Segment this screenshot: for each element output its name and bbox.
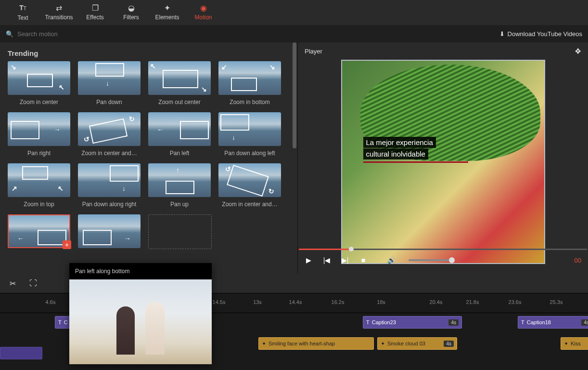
ruler-tick: 25.3s bbox=[550, 299, 563, 305]
search-icon: 🔍 bbox=[6, 30, 13, 38]
timeline-clip-media[interactable] bbox=[0, 347, 42, 359]
motion-item-label: Pan left bbox=[148, 150, 211, 157]
motion-item-label: Pan down bbox=[78, 99, 141, 106]
ruler-tick: 18s bbox=[377, 299, 385, 305]
tab-filters[interactable]: ◒ Filters bbox=[113, 1, 149, 24]
motion-library: Trending ↘↖Zoom in center↓Pan down↖↘Zoom… bbox=[0, 42, 297, 274]
ruler-tick: 13s bbox=[253, 299, 262, 305]
text-clip-icon: T bbox=[521, 319, 524, 325]
effects-icon: ❐ bbox=[77, 4, 113, 12]
motion-item[interactable]: ↓Pan down bbox=[78, 61, 141, 106]
player-title: Player bbox=[305, 48, 322, 55]
motion-item-label: Pan down along left bbox=[218, 150, 281, 157]
motion-item[interactable]: ↺↻Zoom in center and… bbox=[218, 163, 281, 208]
preview-caption: La mejor experiencia cultural inolvidabl… bbox=[363, 137, 468, 163]
duration-badge: 4s bbox=[581, 319, 588, 326]
motion-item-label: Zoom in bottom bbox=[218, 99, 281, 106]
tooltip-preview bbox=[69, 279, 212, 364]
sticker-clip-icon: ✦ bbox=[262, 341, 266, 347]
scrollbar-thumb[interactable] bbox=[293, 42, 296, 148]
timeline-clip-sticker[interactable]: ✦Smoke cloud 034s bbox=[377, 337, 457, 350]
tab-text[interactable]: TT Text bbox=[5, 1, 41, 24]
add-motion-button[interactable]: + bbox=[63, 240, 71, 249]
ruler-tick: 21.8s bbox=[466, 299, 479, 305]
sticker-clip-icon: ✦ bbox=[564, 341, 568, 347]
filters-icon: ◒ bbox=[113, 4, 149, 12]
tab-transitions[interactable]: ⇄ Transitions bbox=[41, 1, 77, 24]
tab-elements[interactable]: ✦ Elements bbox=[149, 1, 185, 24]
tab-effects[interactable]: ❐ Effects bbox=[77, 1, 113, 24]
volume-knob[interactable] bbox=[449, 257, 455, 263]
next-button[interactable]: ▶| bbox=[341, 256, 349, 264]
motion-item-label: Zoom in center and… bbox=[78, 150, 141, 157]
tab-motion[interactable]: ◉ Motion bbox=[185, 1, 221, 24]
motion-item[interactable]: ↑Pan up bbox=[148, 163, 211, 208]
text-clip-icon: T bbox=[366, 319, 370, 325]
motion-item[interactable]: ↗↖Zoom in top bbox=[8, 163, 70, 208]
motion-item-label: Pan right bbox=[8, 150, 70, 157]
motion-item[interactable]: ↙↘Zoom in bottom bbox=[218, 61, 281, 106]
time-display: 00 bbox=[575, 257, 581, 264]
transitions-icon: ⇄ bbox=[41, 4, 77, 12]
cut-button[interactable]: ✂ bbox=[10, 279, 16, 288]
motion-preview-tooltip: Pan left along bottom bbox=[69, 263, 212, 364]
scrollbar[interactable] bbox=[293, 42, 296, 274]
motion-icon: ◉ bbox=[185, 4, 221, 12]
prev-button[interactable]: |◀ bbox=[323, 256, 331, 264]
motion-item[interactable]: →Pan right bbox=[8, 112, 70, 157]
search-input[interactable] bbox=[16, 30, 115, 38]
motion-item[interactable]: ↻↺Zoom in center and… bbox=[78, 112, 141, 157]
duration-badge: 4s bbox=[448, 319, 459, 326]
ruler-tick: 4.6s bbox=[46, 299, 56, 305]
stop-button[interactable]: ■ bbox=[359, 256, 367, 264]
play-button[interactable]: ▶ bbox=[305, 256, 312, 264]
volume-icon[interactable]: 🔊 bbox=[387, 256, 395, 264]
timeline-clip-text[interactable]: TCaption184s bbox=[518, 316, 588, 329]
timeline-clip-text[interactable]: TCaption234s bbox=[363, 316, 462, 329]
elements-icon: ✦ bbox=[149, 4, 185, 12]
timeline-clip-sticker[interactable]: ✦Smiling face with heart-shap bbox=[258, 337, 374, 350]
motion-item[interactable]: ←Pan left bbox=[148, 112, 211, 157]
ruler-tick: 23.6s bbox=[509, 299, 522, 305]
motion-item[interactable]: → bbox=[78, 214, 141, 253]
volume-slider[interactable] bbox=[409, 259, 455, 261]
motion-item-label: Zoom in center bbox=[8, 99, 70, 106]
seek-knob[interactable] bbox=[349, 247, 354, 251]
player-panel: Player ❖ La mejor experiencia cultural i… bbox=[297, 42, 588, 274]
ruler-tick: 16.2s bbox=[332, 299, 345, 305]
video-preview[interactable]: La mejor experiencia cultural inolvidabl… bbox=[341, 60, 545, 264]
text-clip-icon: T bbox=[58, 319, 62, 325]
layers-icon[interactable]: ❖ bbox=[575, 47, 581, 56]
motion-item-label: Zoom in center and… bbox=[218, 201, 281, 208]
download-youtube-link[interactable]: ⬇ Download YouTube Videos bbox=[499, 30, 582, 38]
download-icon: ⬇ bbox=[499, 30, 505, 38]
sticker-clip-icon: ✦ bbox=[381, 341, 385, 347]
motion-item[interactable]: ↖↘Zoom out center bbox=[148, 61, 211, 106]
crop-button[interactable]: ⛶ bbox=[29, 279, 37, 288]
motion-item[interactable]: ←+ bbox=[8, 214, 70, 253]
ruler-tick: 14.5s bbox=[213, 299, 226, 305]
section-header: Trending bbox=[0, 42, 297, 61]
ruler-tick: 20.4s bbox=[430, 299, 443, 305]
text-icon: TT bbox=[5, 4, 41, 13]
motion-item[interactable]: ↘↖Zoom in center bbox=[8, 61, 70, 106]
seek-bar[interactable] bbox=[299, 247, 587, 251]
duration-badge: 4s bbox=[444, 341, 454, 347]
motion-item-label: Zoom in top bbox=[8, 201, 70, 208]
motion-item[interactable]: ↓Pan down along left bbox=[218, 112, 281, 157]
motion-item-label: Pan up bbox=[148, 201, 211, 208]
timeline-clip-sticker[interactable]: ✦Kiss bbox=[561, 337, 588, 350]
motion-item[interactable] bbox=[148, 214, 211, 253]
ruler-tick: 14.4s bbox=[289, 299, 302, 305]
motion-item[interactable]: ↓Pan down along right bbox=[78, 163, 141, 208]
motion-item-label: Pan down along right bbox=[78, 201, 141, 208]
motion-item-label: Zoom out center bbox=[148, 99, 211, 106]
